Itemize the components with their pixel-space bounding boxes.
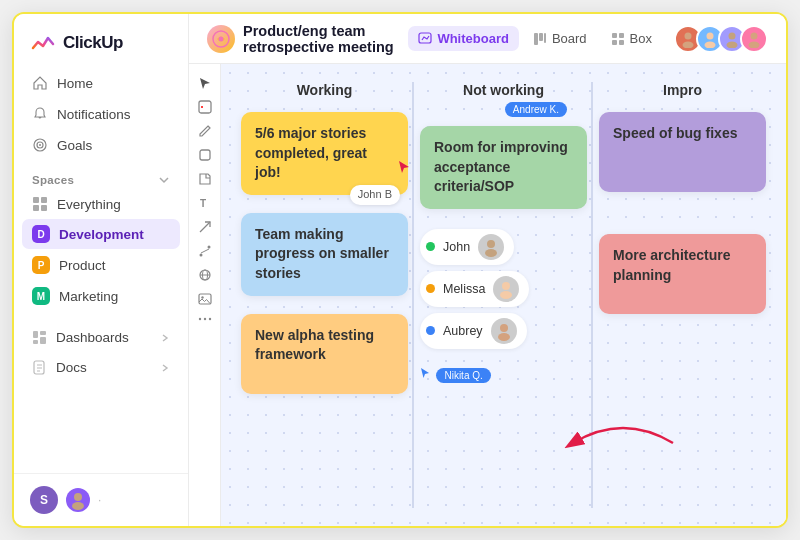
status-dot: · (98, 493, 101, 507)
pen-tool-icon[interactable] (198, 124, 212, 138)
sticky-note[interactable]: Team making progress on smaller stories (241, 213, 408, 296)
svg-point-41 (207, 246, 210, 249)
sticky-tool-icon[interactable] (198, 172, 212, 186)
sticky-note[interactable]: New alpha testing framework (241, 314, 408, 394)
svg-point-51 (485, 249, 497, 257)
person-avatar-john (478, 234, 504, 260)
svg-point-48 (203, 318, 205, 320)
svg-point-29 (707, 32, 714, 39)
more-icon[interactable] (198, 316, 212, 322)
tool-sidebar: T (189, 64, 221, 526)
sticky-note[interactable]: More architecture planning (599, 234, 766, 314)
sticky-note[interactable]: 5/6 major stories completed, great job! … (241, 112, 408, 195)
sidebar-nav: Home Notifications Goals (14, 68, 188, 160)
chevron-down-icon (158, 174, 170, 186)
tab-board[interactable]: Board (523, 26, 597, 51)
cursor-area: Andrew K. Room for improving acceptance … (420, 112, 587, 209)
sticky-label: John B (350, 185, 400, 204)
svg-rect-8 (40, 331, 46, 335)
shape-tool-icon[interactable] (198, 148, 212, 162)
clickup-logo-icon (30, 30, 56, 56)
user-avatar-initial: S (30, 486, 58, 514)
sticky-note[interactable]: Speed of bug fixes (599, 112, 766, 192)
chevron-right-icon2 (160, 363, 170, 373)
cursor-pointer (398, 160, 410, 180)
cursor-nikita-area: Nikita Q. (420, 365, 587, 383)
sticky-note[interactable]: Room for improving acceptance criteria/S… (420, 126, 587, 209)
svg-point-31 (729, 32, 736, 39)
column-working: Working 5/6 major stories completed, gre… (235, 82, 414, 508)
svg-point-34 (749, 41, 760, 48)
svg-point-27 (685, 32, 692, 39)
svg-rect-22 (544, 33, 546, 43)
app-container: ClickUp Home Notifications (12, 12, 788, 528)
sidebar-item-marketing[interactable]: M Marketing (22, 281, 180, 311)
svg-rect-10 (40, 337, 46, 344)
frame-tool-icon[interactable] (198, 100, 212, 114)
sidebar-item-everything[interactable]: Everything (22, 190, 180, 218)
svg-point-40 (199, 254, 202, 257)
svg-line-39 (200, 222, 210, 232)
sidebar-item-notifications[interactable]: Notifications (22, 99, 180, 129)
column-not-working: Not working Andrew K. Room for improving… (414, 82, 593, 508)
whiteboard-icon (418, 32, 432, 46)
cursor-tool-icon[interactable] (198, 76, 212, 90)
svg-point-18 (219, 36, 224, 41)
svg-rect-3 (33, 197, 39, 203)
svg-rect-21 (539, 33, 543, 41)
dashboards-icon (32, 330, 47, 345)
text-tool-icon[interactable]: T (198, 196, 212, 210)
svg-point-28 (683, 41, 694, 48)
meeting-icon (207, 25, 235, 53)
product-dot: P (32, 256, 50, 274)
main-area: Product/eng team retrospective meeting W… (189, 14, 786, 526)
goals-icon (32, 137, 48, 153)
column-improve: Impro Speed of bug fixes More architectu… (593, 82, 772, 508)
cursor-label-andrew: Andrew K. (505, 102, 567, 117)
svg-rect-35 (199, 101, 211, 113)
spaces-section-header: Spaces (14, 164, 188, 190)
svg-rect-4 (41, 197, 47, 203)
svg-rect-7 (33, 331, 38, 338)
svg-point-46 (201, 296, 203, 298)
svg-point-32 (727, 41, 738, 48)
sidebar-item-development[interactable]: D Development (22, 219, 180, 249)
svg-rect-37 (200, 150, 210, 160)
svg-point-30 (705, 41, 716, 48)
arrow-tool-icon[interactable] (198, 220, 212, 234)
sidebar-item-home[interactable]: Home (22, 68, 180, 98)
svg-rect-24 (619, 33, 624, 38)
globe-icon[interactable] (198, 268, 212, 282)
person-row-melissa[interactable]: Melissa (420, 271, 529, 307)
meeting-title: Product/eng team retrospective meeting (243, 23, 400, 55)
svg-rect-25 (612, 40, 617, 45)
topbar-tabs: Whiteboard Board (408, 26, 662, 51)
svg-point-50 (487, 240, 495, 248)
development-dot: D (32, 225, 50, 243)
connect-tool-icon[interactable] (198, 244, 212, 258)
image-icon[interactable] (198, 292, 212, 306)
sidebar-item-docs[interactable]: Docs (22, 353, 180, 382)
person-row-aubrey[interactable]: Aubrey (420, 313, 527, 349)
person-row-john[interactable]: John (420, 229, 514, 265)
svg-point-53 (500, 291, 512, 299)
home-icon (32, 75, 48, 91)
person-avatar-aubrey (491, 318, 517, 344)
cursor-label-nikita: Nikita Q. (436, 368, 490, 383)
svg-rect-26 (619, 40, 624, 45)
person-dot (426, 284, 435, 293)
topbar: Product/eng team retrospective meeting W… (189, 14, 786, 64)
column-header-improve: Impro (599, 82, 766, 98)
column-header-not-working: Not working (420, 82, 587, 98)
svg-text:T: T (200, 198, 206, 209)
person-dot (426, 326, 435, 335)
board: Working 5/6 major stories completed, gre… (221, 64, 786, 526)
sidebar-item-product[interactable]: P Product (22, 250, 180, 280)
docs-icon (32, 360, 47, 375)
sidebar-item-dashboards[interactable]: Dashboards (22, 323, 180, 352)
bell-icon (32, 106, 48, 122)
logo-area: ClickUp (14, 14, 188, 68)
tab-whiteboard[interactable]: Whiteboard (408, 26, 519, 51)
sidebar-item-goals[interactable]: Goals (22, 130, 180, 160)
tab-box[interactable]: Box (601, 26, 662, 51)
